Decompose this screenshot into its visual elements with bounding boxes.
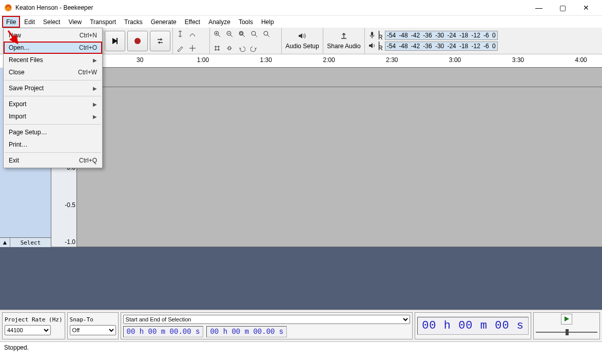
zoom-group — [210, 28, 282, 54]
ruler-tick: 30 — [137, 56, 143, 64]
rec-meter-lr: LR — [378, 31, 383, 39]
menu-item-close[interactable]: CloseCtrl+W — [4, 66, 102, 78]
play-button[interactable] — [105, 31, 125, 51]
menu-transport[interactable]: Transport — [86, 16, 120, 28]
menu-separator — [5, 96, 101, 96]
menu-edit[interactable]: Edit — [20, 16, 39, 28]
project-rate-select[interactable]: 44100 — [5, 325, 51, 335]
project-rate-label: Project Rate (Hz) — [5, 316, 63, 323]
playback-group — [103, 28, 173, 54]
selection-panel: Start and End of Selection 00 h 00 m 00.… — [121, 312, 413, 339]
silence-icon[interactable] — [224, 43, 235, 53]
waveform-display[interactable] — [77, 68, 602, 247]
menu-item-print[interactable]: Print… — [4, 138, 102, 151]
ruler-tick: 2:30 — [386, 56, 398, 64]
menu-select[interactable]: Select — [39, 16, 64, 28]
menu-separator — [5, 152, 101, 153]
status-text: Stopped. — [4, 344, 29, 351]
play-at-speed-button[interactable] — [561, 314, 572, 325]
play-meter-lr: LR — [378, 42, 383, 50]
svg-point-6 — [239, 31, 243, 35]
share-audio-button[interactable]: Share Audio — [325, 29, 362, 53]
snap-to-label: Snap-To — [70, 316, 116, 323]
menu-view[interactable]: View — [64, 16, 86, 28]
amp-label: -0.5 — [52, 201, 75, 209]
selection-end-time[interactable]: 00 h 00 m 00.00 s — [206, 326, 287, 337]
playback-meter[interactable]: -54-48-42-36-30-24-18-12-60 — [385, 42, 498, 51]
redo-icon[interactable] — [249, 43, 259, 53]
meters-group: LR -54-48-42-36-30-24-18-12-60 LR -54-48… — [365, 28, 501, 54]
menu-file[interactable]: File — [2, 16, 20, 28]
menu-item-export[interactable]: Export▶ — [4, 98, 102, 110]
ruler-tick: 1:00 — [197, 56, 209, 64]
record-button[interactable] — [127, 31, 148, 51]
zoom-in-icon[interactable] — [212, 29, 222, 39]
window-title: Keaton Henson - Beekeeper — [15, 4, 527, 11]
envelope-tool-icon[interactable] — [187, 29, 198, 39]
tools-group — [173, 28, 210, 54]
snap-to-panel: Snap-To Off — [67, 312, 119, 339]
audio-position-time[interactable]: 00 h 00 m 00 s — [417, 317, 529, 335]
menu-analyze[interactable]: Analyze — [204, 16, 235, 28]
menu-tracks[interactable]: Tracks — [120, 16, 147, 28]
menu-item-import[interactable]: Import▶ — [4, 110, 102, 123]
timeline-ruler[interactable]: 30 1:00 1:30 2:00 2:30 3:00 3:30 4:00 — [77, 54, 602, 68]
menu-separator — [5, 80, 101, 80]
upload-icon — [340, 32, 348, 42]
svg-point-8 — [251, 31, 256, 35]
collapse-arrow-icon[interactable]: ▲ — [0, 238, 10, 247]
multi-tool-icon[interactable] — [187, 43, 198, 53]
position-panel: 00 h 00 m 00 s — [415, 312, 531, 339]
title-bar: Keaton Henson - Beekeeper — ▢ ✕ — [0, 0, 602, 15]
loop-button[interactable] — [150, 31, 170, 51]
close-button[interactable]: ✕ — [574, 0, 598, 15]
menu-item-recent-files[interactable]: Recent Files▶ — [4, 54, 102, 66]
selection-bar: Project Rate (Hz) 44100 Snap-To Off Star… — [0, 310, 602, 341]
playback-speaker-icon[interactable] — [368, 42, 376, 51]
ruler-tick: 3:00 — [449, 56, 461, 64]
selection-mode-select[interactable]: Start and End of Selection — [123, 315, 411, 324]
minimize-button[interactable]: — — [527, 0, 551, 15]
menu-bar: File Edit Select View Transport Tracks G… — [0, 15, 602, 28]
ruler-tick: 3:30 — [512, 56, 524, 64]
menu-item-exit[interactable]: ExitCtrl+Q — [4, 154, 102, 167]
status-bar: Stopped. — [0, 341, 602, 353]
menu-effect[interactable]: Effect — [181, 16, 204, 28]
draw-tool-icon[interactable] — [175, 43, 185, 53]
audio-setup-group: Audio Setup — [282, 28, 323, 54]
menu-item-save-project[interactable]: Save Project▶ — [4, 82, 102, 94]
ruler-tick: 1:30 — [260, 56, 272, 64]
fit-selection-icon[interactable] — [237, 29, 247, 39]
maximize-button[interactable]: ▢ — [551, 0, 574, 15]
zoom-toggle-icon[interactable] — [261, 29, 271, 39]
menu-tools[interactable]: Tools — [235, 16, 257, 28]
undo-icon[interactable] — [237, 43, 247, 53]
zoom-out-icon[interactable] — [224, 29, 235, 39]
empty-track-space[interactable] — [0, 247, 602, 310]
audio-setup-button[interactable]: Audio Setup — [284, 29, 321, 53]
menu-item-open[interactable]: Open…Ctrl+O — [4, 42, 102, 54]
svg-point-3 — [134, 38, 141, 44]
svg-rect-7 — [240, 32, 242, 34]
menu-item-page-setup[interactable]: Page Setup… — [4, 126, 102, 138]
menu-help[interactable]: Help — [257, 16, 278, 28]
window-controls: — ▢ ✕ — [527, 0, 598, 15]
menu-item-new[interactable]: NewCtrl+N — [4, 29, 102, 42]
trim-icon[interactable] — [212, 43, 222, 53]
svg-point-9 — [264, 31, 268, 35]
playback-speed-slider[interactable] — [536, 327, 597, 338]
audio-setup-label: Audio Setup — [285, 43, 319, 50]
share-audio-label: Share Audio — [327, 43, 360, 50]
mic-icon[interactable] — [368, 31, 376, 41]
selection-tool-icon[interactable] — [175, 29, 185, 39]
speaker-icon — [298, 32, 307, 42]
svg-rect-10 — [371, 32, 373, 36]
selection-start-time[interactable]: 00 h 00 m 00.00 s — [123, 326, 204, 337]
snap-to-select[interactable]: Off — [70, 325, 116, 335]
menu-generate[interactable]: Generate — [147, 16, 181, 28]
track-select-button[interactable]: Select — [10, 238, 51, 247]
recording-meter[interactable]: -54-48-42-36-30-24-18-12-60 — [385, 31, 498, 40]
play-at-speed-panel — [533, 312, 600, 339]
ruler-tick: 2:00 — [323, 56, 335, 64]
fit-project-icon[interactable] — [249, 29, 259, 39]
